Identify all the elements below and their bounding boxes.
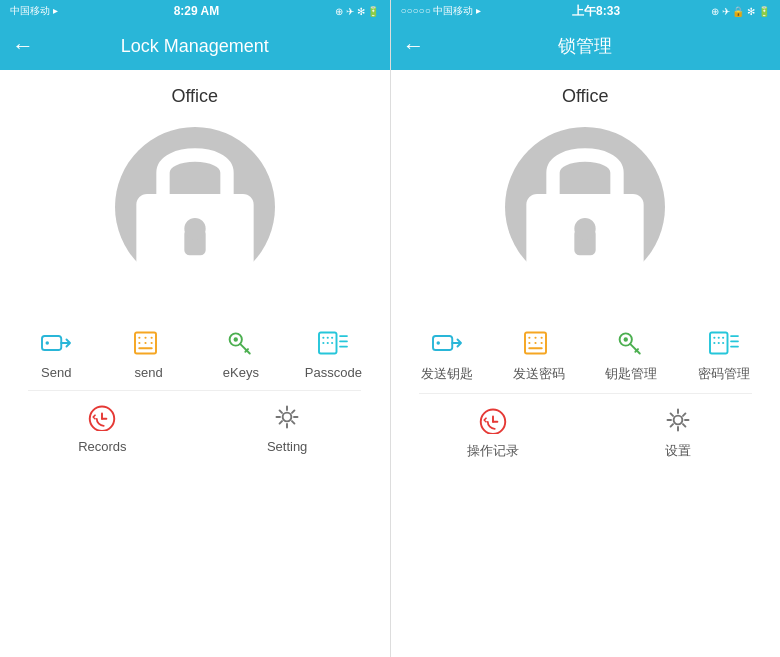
action-item-send-key-zh[interactable]: 发送钥匙: [417, 327, 477, 383]
svg-point-59: [673, 416, 682, 425]
action-item-send-key[interactable]: Send: [26, 327, 86, 380]
svg-point-32: [575, 218, 596, 239]
action-grid: 发送钥匙 发送密码 钥匙管理 密码管理: [391, 317, 781, 470]
status-left: 中国移动 ▸: [10, 4, 58, 18]
panel-zh: ○○○○○ 中国移动 ▸ 上午8:33 ⊕ ✈ 🔒 ✻ 🔋 ← 锁管理 Offi…: [391, 0, 781, 657]
lock-circle[interactable]: [115, 127, 275, 287]
action-row-1: Records Setting: [10, 391, 380, 464]
action-label-records: Records: [78, 439, 126, 454]
panel-en: 中国移动 ▸ 8:29 AM ⊕ ✈ ✻ 🔋 ← Lock Management…: [0, 0, 391, 657]
action-item-records-zh[interactable]: 操作记录: [463, 404, 523, 460]
lock-name: Office: [562, 86, 609, 107]
status-bar: ○○○○○ 中国移动 ▸ 上午8:33 ⊕ ✈ 🔒 ✻ 🔋: [391, 0, 781, 22]
action-item-records[interactable]: Records: [72, 401, 132, 454]
header-title: 锁管理: [558, 34, 612, 58]
action-item-ekeys-zh[interactable]: 钥匙管理: [601, 327, 661, 383]
svg-point-14: [234, 337, 238, 341]
passcode-icon: [315, 327, 351, 359]
svg-rect-33: [433, 336, 452, 350]
status-right: ⊕ ✈ ✻ 🔋: [335, 6, 379, 17]
back-button[interactable]: ←: [12, 33, 34, 59]
records-icon: [84, 401, 120, 433]
content-area: Office 发送钥匙 发送密码 钥匙管理: [391, 70, 781, 657]
action-item-send-passcode[interactable]: send: [119, 327, 179, 380]
svg-point-4: [46, 341, 50, 345]
send-code-icon: [131, 327, 167, 359]
status-right: ⊕ ✈ 🔒 ✻ 🔋: [711, 6, 770, 17]
action-row-0: 发送钥匙 发送密码 钥匙管理 密码管理: [401, 317, 771, 393]
content-area: Office Send send eKeys: [0, 70, 390, 657]
action-label-ekeys-zh: 钥匙管理: [605, 365, 657, 383]
setting-icon: [660, 404, 696, 436]
action-item-setting-zh[interactable]: 设置: [648, 404, 708, 460]
svg-point-44: [624, 337, 628, 341]
ekeys-icon: [223, 327, 259, 359]
action-item-ekeys[interactable]: eKeys: [211, 327, 271, 380]
svg-point-2: [184, 218, 205, 239]
action-label-setting: Setting: [267, 439, 307, 454]
action-label-send-passcode: send: [134, 365, 162, 380]
status-time: 上午8:33: [572, 3, 620, 20]
lock-name: Office: [171, 86, 218, 107]
send-key-icon: [429, 327, 465, 359]
action-item-passcode-zh[interactable]: 密码管理: [694, 327, 754, 383]
action-label-passcode: Passcode: [305, 365, 362, 380]
setting-icon: [269, 401, 305, 433]
header-title: Lock Management: [121, 36, 269, 57]
action-item-setting[interactable]: Setting: [257, 401, 317, 454]
action-grid: Send send eKeys Passcode: [0, 317, 390, 464]
action-item-send-code-zh[interactable]: 发送密码: [509, 327, 569, 383]
action-label-setting-zh: 设置: [665, 442, 691, 460]
header: ← 锁管理: [391, 22, 781, 70]
header: ← Lock Management: [0, 22, 390, 70]
status-left: ○○○○○ 中国移动 ▸: [401, 4, 482, 18]
status-bar: 中国移动 ▸ 8:29 AM ⊕ ✈ ✻ 🔋: [0, 0, 390, 22]
action-label-send-key: Send: [41, 365, 71, 380]
action-row-1: 操作记录 设置: [401, 394, 771, 470]
records-icon: [475, 404, 511, 436]
action-label-passcode-zh: 密码管理: [698, 365, 750, 383]
action-label-ekeys: eKeys: [223, 365, 259, 380]
action-label-send-code-zh: 发送密码: [513, 365, 565, 383]
send-code-icon: [521, 327, 557, 359]
send-key-icon: [38, 327, 74, 359]
action-label-records-zh: 操作记录: [467, 442, 519, 460]
svg-point-34: [436, 341, 440, 345]
lock-circle[interactable]: [505, 127, 665, 287]
action-row-0: Send send eKeys Passcode: [10, 317, 380, 390]
action-item-passcode[interactable]: Passcode: [303, 327, 363, 380]
ekeys-icon: [613, 327, 649, 359]
svg-rect-3: [42, 336, 61, 350]
passcode-icon: [706, 327, 742, 359]
action-label-send-key-zh: 发送钥匙: [421, 365, 473, 383]
back-button[interactable]: ←: [403, 33, 425, 59]
svg-point-29: [283, 413, 292, 422]
status-time: 8:29 AM: [174, 4, 220, 18]
